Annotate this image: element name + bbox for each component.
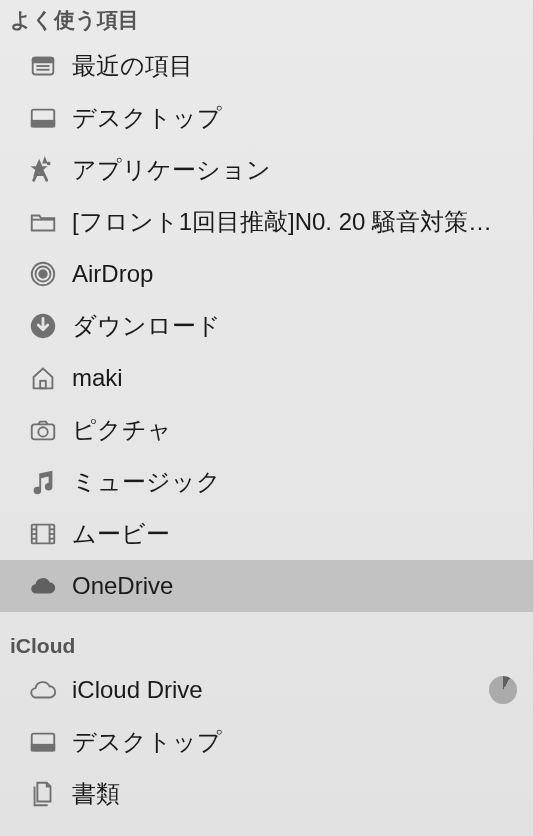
sidebar-item-applications[interactable]: アプリケーション xyxy=(0,144,533,196)
sidebar-item-label: 最近の項目 xyxy=(72,50,517,82)
sidebar-item-label: OneDrive xyxy=(72,572,517,600)
svg-point-8 xyxy=(39,270,47,278)
recent-icon xyxy=(26,49,60,83)
desktop-icon xyxy=(26,725,60,759)
section-header-icloud: iCloud xyxy=(0,612,533,664)
svg-point-6 xyxy=(47,162,51,166)
sidebar-item-label: ミュージック xyxy=(72,466,517,498)
sidebar-item-icloud-desktop[interactable]: デスクトップ xyxy=(0,716,533,768)
sidebar-item-recent[interactable]: 最近の項目 xyxy=(0,40,533,92)
cloud-outline-icon xyxy=(26,673,60,707)
cloud-icon xyxy=(26,569,60,603)
sidebar-item-label: デスクトップ xyxy=(72,102,517,134)
sidebar-item-label: ピクチャ xyxy=(72,414,517,446)
sidebar-item-label: アプリケーション xyxy=(72,154,517,186)
sidebar: よく使う項目 最近の項目 デスクトップ アプリケーション [フロント1回目推敲]… xyxy=(0,0,533,820)
applications-icon xyxy=(26,153,60,187)
sidebar-item-label: AirDrop xyxy=(72,260,517,288)
folder-icon xyxy=(26,205,60,239)
sidebar-item-home[interactable]: maki xyxy=(0,352,533,404)
sidebar-item-label: ダウンロード xyxy=(72,310,517,342)
sidebar-item-desktop[interactable]: デスクトップ xyxy=(0,92,533,144)
sidebar-item-icloud-drive[interactable]: iCloud Drive xyxy=(0,664,533,716)
sidebar-item-label: 書類 xyxy=(72,778,517,810)
sidebar-item-label: デスクトップ xyxy=(72,726,517,758)
home-icon xyxy=(26,361,60,395)
sidebar-item-movies[interactable]: ムービー xyxy=(0,508,533,560)
pictures-icon xyxy=(26,413,60,447)
sidebar-item-label: iCloud Drive xyxy=(72,676,489,704)
sidebar-item-onedrive[interactable]: OneDrive xyxy=(0,560,533,612)
sidebar-item-documents[interactable]: 書類 xyxy=(0,768,533,820)
svg-rect-1 xyxy=(33,58,54,63)
sidebar-item-label: ムービー xyxy=(72,518,517,550)
sidebar-item-pictures[interactable]: ピクチャ xyxy=(0,404,533,456)
desktop-icon xyxy=(26,101,60,135)
sidebar-item-downloads[interactable]: ダウンロード xyxy=(0,300,533,352)
sidebar-item-music[interactable]: ミュージック xyxy=(0,456,533,508)
airdrop-icon xyxy=(26,257,60,291)
download-icon xyxy=(26,309,60,343)
movies-icon xyxy=(26,517,60,551)
sidebar-item-airdrop[interactable]: AirDrop xyxy=(0,248,533,300)
sidebar-item-label: maki xyxy=(72,364,517,392)
section-header-favorites: よく使う項目 xyxy=(0,0,533,40)
svg-point-14 xyxy=(38,427,47,436)
sidebar-item-folder[interactable]: [フロント1回目推敲]N0. 20 騒音対策… xyxy=(0,196,533,248)
svg-rect-5 xyxy=(32,121,55,127)
music-icon xyxy=(26,465,60,499)
sidebar-item-label: [フロント1回目推敲]N0. 20 騒音対策… xyxy=(72,206,517,238)
svg-rect-25 xyxy=(32,745,55,751)
sync-progress-indicator xyxy=(489,676,517,704)
documents-icon xyxy=(26,777,60,811)
svg-rect-12 xyxy=(40,381,46,389)
